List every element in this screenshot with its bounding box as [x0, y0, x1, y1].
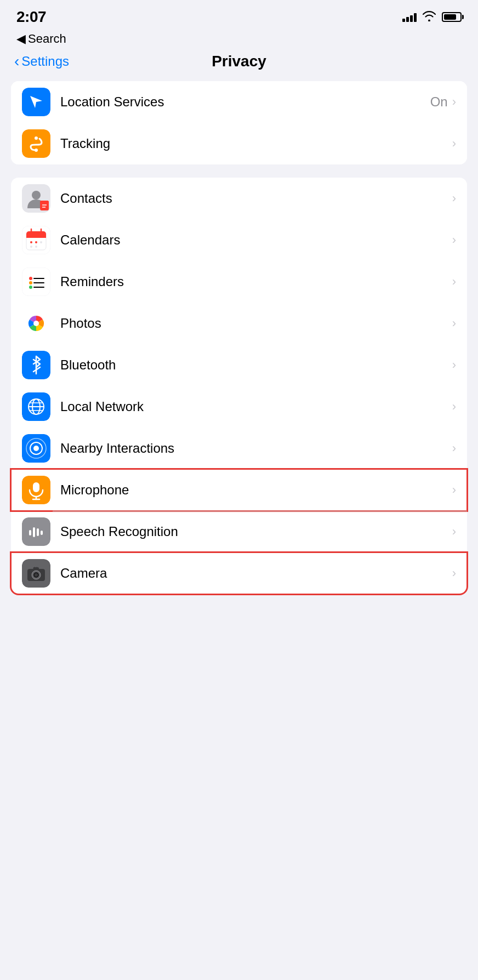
calendars-icon — [22, 226, 50, 254]
svg-point-24 — [29, 281, 32, 284]
list-item-contacts[interactable]: Contacts › — [11, 178, 467, 219]
svg-point-29 — [33, 321, 39, 326]
camera-chevron-icon: › — [452, 566, 456, 580]
status-bar: 2:07 — [0, 0, 478, 30]
svg-rect-50 — [41, 531, 43, 535]
list-item-speech-recognition[interactable]: Speech Recognition › — [11, 511, 467, 552]
svg-point-17 — [30, 246, 32, 248]
tracking-label: Tracking — [60, 136, 452, 151]
reminders-label: Reminders — [60, 274, 452, 289]
svg-rect-21 — [22, 267, 50, 296]
svg-rect-58 — [33, 567, 39, 570]
section-location: Location Services On › Tracking › — [11, 81, 467, 164]
microphone-icon — [22, 476, 50, 504]
back-arrow-search-icon: ◀ — [16, 32, 26, 46]
contacts-chevron-icon: › — [452, 191, 456, 206]
photos-icon — [22, 309, 50, 338]
battery-icon — [442, 12, 462, 22]
svg-rect-46 — [22, 517, 50, 546]
search-back-nav: ◀ Search — [0, 30, 478, 47]
svg-point-18 — [35, 246, 37, 248]
microphone-label: Microphone — [60, 482, 452, 498]
svg-point-39 — [33, 446, 39, 451]
tracking-chevron-icon: › — [452, 136, 456, 151]
list-item-location-services[interactable]: Location Services On › — [11, 81, 467, 123]
speech-recognition-chevron-icon: › — [452, 525, 456, 539]
photos-label: Photos — [60, 316, 452, 331]
tracking-icon — [22, 129, 50, 158]
contacts-icon — [22, 184, 50, 213]
local-network-chevron-icon: › — [452, 400, 456, 414]
nearby-interactions-label: Nearby Interactions — [60, 441, 452, 456]
speech-recognition-label: Speech Recognition — [60, 524, 452, 539]
bluetooth-chevron-icon: › — [452, 358, 456, 372]
bluetooth-icon — [22, 351, 50, 379]
svg-point-22 — [29, 277, 32, 280]
wifi-icon — [422, 10, 436, 24]
nearby-interactions-chevron-icon: › — [452, 441, 456, 455]
svg-point-3 — [35, 149, 38, 152]
list-item-reminders[interactable]: Reminders › — [11, 261, 467, 303]
nearby-interactions-icon — [22, 434, 50, 463]
svg-rect-1 — [22, 129, 50, 158]
local-network-icon — [22, 392, 50, 421]
photos-chevron-icon: › — [452, 316, 456, 331]
svg-point-16 — [40, 241, 42, 243]
status-icons — [402, 10, 462, 24]
svg-point-5 — [32, 191, 41, 200]
location-services-value: On — [430, 94, 448, 110]
svg-rect-48 — [33, 527, 35, 537]
calendars-chevron-icon: › — [452, 233, 456, 247]
page-header: ‹ Settings Privacy — [0, 47, 478, 81]
location-services-label: Location Services — [60, 94, 430, 110]
svg-point-14 — [30, 241, 32, 243]
back-nav-label: Settings — [21, 54, 69, 69]
location-services-chevron-icon: › — [452, 95, 456, 109]
svg-rect-13 — [26, 235, 46, 238]
list-item-nearby-interactions[interactable]: Nearby Interactions › — [11, 428, 467, 469]
list-item-camera[interactable]: Camera › — [11, 552, 467, 594]
svg-rect-47 — [29, 530, 31, 535]
reminders-chevron-icon: › — [452, 275, 456, 289]
settings-back-button[interactable]: ‹ Settings — [14, 53, 69, 70]
search-back-label: Search — [28, 32, 66, 46]
contacts-label: Contacts — [60, 191, 452, 206]
calendars-label: Calendars — [60, 232, 452, 248]
camera-label: Camera — [60, 566, 452, 581]
status-time: 2:07 — [16, 8, 46, 26]
list-item-bluetooth[interactable]: Bluetooth › — [11, 344, 467, 386]
svg-point-26 — [29, 286, 32, 289]
camera-icon — [22, 559, 50, 588]
speech-recognition-icon — [22, 517, 50, 546]
section-permissions: Contacts › Calendars › — [11, 178, 467, 594]
back-chevron-icon: ‹ — [14, 53, 19, 70]
list-item-microphone[interactable]: Microphone › — [11, 469, 467, 511]
list-item-photos[interactable]: Photos › — [11, 303, 467, 344]
list-item-local-network[interactable]: Local Network › — [11, 386, 467, 428]
svg-point-15 — [35, 241, 37, 243]
signal-bars-icon — [402, 12, 417, 22]
location-services-icon — [22, 88, 50, 116]
bluetooth-label: Bluetooth — [60, 357, 452, 373]
svg-point-55 — [35, 573, 38, 577]
svg-point-2 — [35, 136, 38, 140]
svg-rect-7 — [40, 201, 49, 203]
list-item-tracking[interactable]: Tracking › — [11, 123, 467, 164]
svg-rect-43 — [33, 482, 39, 492]
local-network-label: Local Network — [60, 399, 452, 414]
list-item-calendars[interactable]: Calendars › — [11, 219, 467, 261]
svg-rect-49 — [37, 528, 39, 536]
microphone-chevron-icon: › — [452, 483, 456, 497]
reminders-icon — [22, 267, 50, 296]
page-title: Privacy — [212, 53, 266, 70]
